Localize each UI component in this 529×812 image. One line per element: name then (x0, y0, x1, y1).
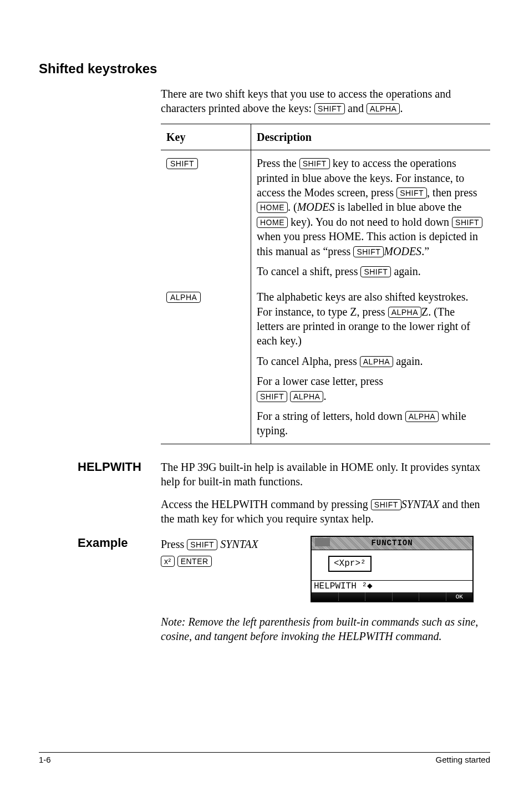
example-keystrokes: Press SHIFT SYNTAX x² ENTER (161, 536, 294, 569)
alpha-keycap: ALPHA (290, 391, 323, 402)
alpha-keycap: ALPHA (388, 307, 421, 318)
modes-label: MODES (297, 201, 335, 213)
chapter-name: Getting started (436, 755, 490, 764)
shift-keycap: SHIFT (257, 391, 287, 402)
enter-keycap: ENTER (177, 556, 212, 567)
text: To cancel a shift, press (257, 265, 360, 277)
shift-keycap: SHIFT (371, 499, 401, 510)
example-heading: Example (78, 536, 128, 550)
text: key). You do not need to hold down (288, 216, 452, 228)
syntax-label: SYNTAX (401, 498, 440, 510)
shift-keycap: SHIFT (314, 103, 345, 114)
rad-indicator: RAD (315, 538, 330, 546)
screen-titlebar: RAD FUNCTION (312, 537, 472, 550)
text: Access the HELPWITH command by pressing (161, 498, 371, 510)
alpha-keycap: ALPHA (360, 356, 393, 367)
page-number: 1-6 (39, 755, 51, 764)
modes-label: MODES (384, 245, 421, 257)
shift-keycap: SHIFT (353, 246, 384, 257)
text: .” (421, 245, 429, 257)
alpha-cancel: To cancel Alpha, press ALPHA again. (257, 354, 484, 368)
x-squared-keycap: x² (161, 556, 175, 567)
text: For a string of letters, hold down (257, 410, 405, 422)
text: , then press (427, 186, 477, 199)
alpha-keycap: ALPHA (166, 292, 201, 303)
table-row: ALPHA The alphabetic keys are also shift… (161, 284, 490, 444)
lowercase-instruction: For a lower case letter, press SHIFT ALP… (257, 374, 484, 403)
shift-keycap: SHIFT (360, 266, 391, 277)
shift-keycap: SHIFT (166, 158, 198, 169)
alpha-keycap: ALPHA (405, 411, 439, 422)
text: . ( (288, 201, 297, 213)
softkey-ok: OK (446, 592, 473, 601)
syntax-label: SYNTAX (220, 538, 258, 550)
text: To cancel Alpha, press (257, 355, 360, 367)
shift-keycap: SHIFT (187, 539, 217, 550)
helpwith-heading: HELPWITH (78, 460, 141, 474)
text: again. (391, 265, 420, 277)
page-footer: 1-6 Getting started (39, 752, 490, 764)
softkey (393, 592, 420, 601)
helpwith-p1: The HP 39G built-in help is available in… (161, 460, 490, 489)
table-header-description: Description (251, 124, 491, 150)
softkey (339, 592, 366, 601)
alpha-description: The alphabetic keys are also shifted key… (257, 290, 484, 348)
note-paragraph: Note: Remove the left parenthesis from b… (161, 615, 490, 644)
intro-end: . (400, 102, 403, 114)
screen-expression: <Xpr>² (328, 556, 372, 572)
intro-paragraph: There are two shift keys that you use to… (161, 87, 490, 116)
intro-and: and (345, 102, 367, 114)
softkey-row: OK (312, 592, 472, 601)
helpwith-p2: Access the HELPWITH command by pressing … (161, 497, 490, 526)
shift-keycap: SHIFT (299, 158, 330, 169)
table-header-key: Key (161, 124, 251, 150)
calculator-screen: RAD FUNCTION <Xpr>² HELPWITH ²◆ OK (311, 536, 474, 602)
text: Press (161, 538, 187, 550)
text: is labelled in blue above the (334, 201, 461, 213)
home-keycap: HOME (257, 202, 288, 213)
shift-cancel: To cancel a shift, press SHIFT again. (257, 264, 484, 278)
shift-description: Press the SHIFT key to access the operat… (257, 156, 484, 258)
text: again. (393, 355, 423, 367)
softkey (419, 592, 446, 601)
shift-keys-table: Key Description SHIFT Press the SHIFT ke… (161, 124, 490, 444)
table-row: SHIFT Press the SHIFT key to access the … (161, 150, 490, 285)
shift-keycap: SHIFT (452, 217, 482, 228)
alpha-keycap: ALPHA (367, 103, 400, 114)
intro-text: There are two shift keys that you use to… (161, 88, 451, 114)
section-heading: Shifted keystrokes (39, 61, 490, 77)
screen-title: FUNCTION (369, 539, 415, 547)
home-keycap: HOME (257, 217, 288, 228)
text: Press the (257, 157, 299, 169)
screen-status: HELPWITH ²◆ (312, 580, 472, 592)
text: For a lower case letter, press (257, 375, 383, 387)
softkey (312, 592, 339, 601)
string-instruction: For a string of letters, hold down ALPHA… (257, 409, 484, 438)
softkey (365, 592, 393, 601)
shift-keycap: SHIFT (396, 187, 427, 199)
text: . (323, 390, 326, 402)
